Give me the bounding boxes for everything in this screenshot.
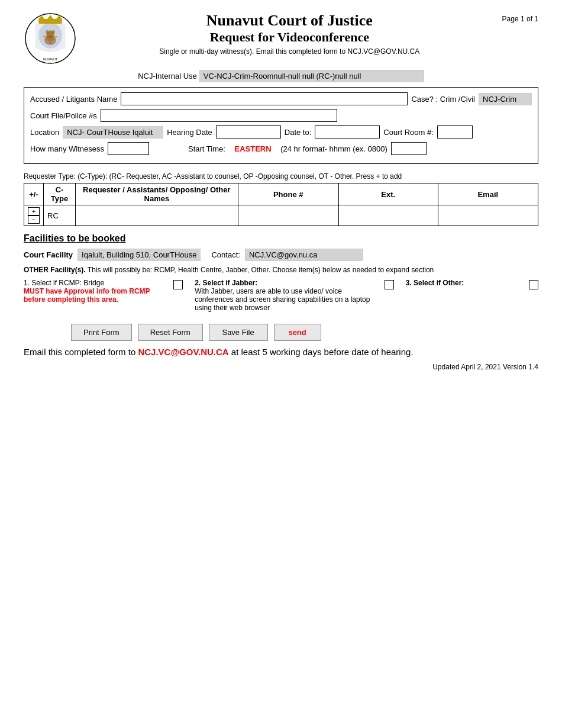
table-row: + − RC xyxy=(24,205,538,226)
facilities-section: Facilities to be booked Court Facility I… xyxy=(24,233,538,312)
case-label: Case? : Crim /Civil xyxy=(411,95,475,104)
form-name: Request for Videoconference xyxy=(83,30,496,45)
print-button[interactable]: Print Form xyxy=(71,324,132,341)
contact-label: Contact: xyxy=(211,250,240,259)
row-email-input[interactable] xyxy=(442,209,534,222)
court-facility-label: Court Facility xyxy=(24,250,73,259)
accused-label: Accused / Litigants Name xyxy=(30,95,117,104)
checkbox-rcmp-text: 1. Select if RCMP: Bridge MUST have Appr… xyxy=(24,279,169,304)
checkbox2-num: 2. Select if Jabber: xyxy=(195,279,379,287)
email-address: NCJ.VC@GOV.NU.CA xyxy=(138,347,228,357)
accused-input[interactable] xyxy=(121,92,408,105)
ext-input[interactable] xyxy=(343,209,434,222)
requester-table: +/- C-Type Requester / Assistants/ Oppos… xyxy=(24,183,538,226)
court-file-row: Court File/Police #s xyxy=(30,109,532,122)
internal-use-label: NCJ-Internal Use xyxy=(138,72,197,80)
ctype-value: RC xyxy=(47,211,59,220)
form-subtitle: Single or multi-day witness(s). Email th… xyxy=(83,47,496,56)
checkbox-jabber: 2. Select if Jabber: With Jabber, users … xyxy=(195,279,393,312)
send-button[interactable]: send xyxy=(274,324,321,341)
internal-use-value: VC-NCJ-Crim-Roomnull-null null (RC-)null… xyxy=(199,70,424,82)
jabber-checkbox[interactable] xyxy=(385,280,394,289)
court-room-input[interactable] xyxy=(437,125,473,138)
date-to-input[interactable] xyxy=(315,125,380,138)
col-phone: Phone # xyxy=(238,183,338,205)
witnesses-input[interactable] xyxy=(108,142,149,155)
svg-point-14 xyxy=(51,30,55,34)
ext-cell xyxy=(338,205,438,226)
checkbox2-text: With Jabber, users are able to use video… xyxy=(195,287,379,312)
other-facilities-note: OTHER Facility(s). This will possibly be… xyxy=(24,266,538,274)
checkboxes-section: 1. Select if RCMP: Bridge MUST have Appr… xyxy=(24,279,538,312)
other-text: This will possibly be: RCMP, Health Cent… xyxy=(88,266,434,274)
hearing-date-input[interactable] xyxy=(216,125,281,138)
court-file-label: Court File/Police #s xyxy=(30,111,97,120)
location-label: Location xyxy=(30,128,59,137)
start-time-input[interactable] xyxy=(391,142,427,155)
checkbox-other: 3. Select if Other: xyxy=(406,279,538,289)
court-room-label: Court Room #: xyxy=(383,128,434,137)
page-info: Page 1 of 1 xyxy=(502,12,538,23)
court-facility-row: Court Facility Iqaluit, Building 510, Co… xyxy=(24,249,538,261)
facilities-title: Facilities to be booked xyxy=(24,233,538,244)
court-logo: NUNAVUT xyxy=(24,12,77,65)
accused-row: Accused / Litigants Name Case? : Crim /C… xyxy=(30,92,532,105)
save-button[interactable]: Save File xyxy=(209,324,268,341)
location-row: Location NCJ- CourTHouse Iqaluit Hearing… xyxy=(30,125,532,138)
col-ext: Ext. xyxy=(338,183,438,205)
start-time-prefix: Start Time: xyxy=(188,144,225,153)
phone-cell xyxy=(238,205,338,226)
names-cell xyxy=(76,205,238,226)
court-file-input[interactable] xyxy=(101,109,337,122)
checkbox-jabber-text: 2. Select if Jabber: With Jabber, users … xyxy=(195,279,379,312)
ctype-cell: RC xyxy=(44,205,76,226)
checkbox1-num: 1. Select if RCMP: Bridge xyxy=(24,279,169,287)
checkbox-rcmp: 1. Select if RCMP: Bridge MUST have Appr… xyxy=(24,279,183,304)
names-input[interactable] xyxy=(79,209,234,222)
date-to-label: Date to: xyxy=(285,128,312,137)
checkbox3-num: 3. Select if Other: xyxy=(406,279,524,287)
other-checkbox[interactable] xyxy=(529,280,538,289)
svg-rect-2 xyxy=(38,19,62,24)
col-plus-minus: +/- xyxy=(24,183,44,205)
add-row-button[interactable]: + xyxy=(28,207,40,215)
witnesses-label: How many Witnesess xyxy=(30,144,104,153)
contact-value: NCJ.VC@gov.nu.ca xyxy=(245,249,363,261)
court-name: Nunavut Court of Justice xyxy=(83,12,496,30)
svg-text:NUNAVUT: NUNAVUT xyxy=(43,57,57,61)
checkbox-other-text: 3. Select if Other: xyxy=(406,279,524,287)
court-facility-value: Iqaluit, Building 510, CourTHouse xyxy=(77,249,201,261)
internal-use-row: NCJ-Internal Use VC-NCJ-Crim-Roomnull-nu… xyxy=(24,70,538,82)
svg-point-13 xyxy=(46,30,49,34)
buttons-row: Print Form Reset Form Save File send xyxy=(71,324,538,341)
email-prefix: Email this completed form to xyxy=(24,347,138,357)
phone-input[interactable] xyxy=(242,209,335,222)
header-section: NUNAVUT Nunavut Court of Justice Request… xyxy=(24,12,538,65)
col-names: Requester / Assistants/ Opposing/ Other … xyxy=(76,183,238,205)
col-ctype: C-Type xyxy=(44,183,76,205)
requester-section: Requester Type: (C-Type): (RC- Requester… xyxy=(24,172,538,226)
hearing-date-label: Hearing Date xyxy=(167,128,212,137)
email-cell xyxy=(438,205,538,226)
case-value: NCJ-Crim xyxy=(479,93,532,105)
other-label: OTHER Facility(s). xyxy=(24,266,86,274)
start-time-suffix: (24 hr format- hhmm (ex. 0800) xyxy=(280,144,387,153)
location-value: NCJ- CourTHouse Iqaluit xyxy=(63,126,163,138)
plus-minus-cell: + − xyxy=(24,205,44,226)
witnesses-row: How many Witnesess Start Time: EASTERN (… xyxy=(30,142,532,155)
start-time-eastern: EASTERN xyxy=(234,144,271,153)
email-footer: Email this completed form to NCJ.VC@GOV.… xyxy=(24,347,538,357)
updated-text: Updated April 2, 2021 Version 1.4 xyxy=(24,363,538,371)
requester-desc: Requester Type: (C-Type): (RC- Requester… xyxy=(24,172,538,181)
reset-button[interactable]: Reset Form xyxy=(138,324,203,341)
email-suffix: at least 5 working days before date of h… xyxy=(229,347,414,357)
remove-row-button[interactable]: − xyxy=(28,215,40,224)
form-title-area: Nunavut Court of Justice Request for Vid… xyxy=(77,12,502,56)
checkbox1-red: MUST have Approval info from RCMP before… xyxy=(24,287,169,304)
col-email: Email xyxy=(438,183,538,205)
main-form-section: Accused / Litigants Name Case? : Crim /C… xyxy=(24,87,538,164)
rcmp-checkbox[interactable] xyxy=(173,280,183,289)
